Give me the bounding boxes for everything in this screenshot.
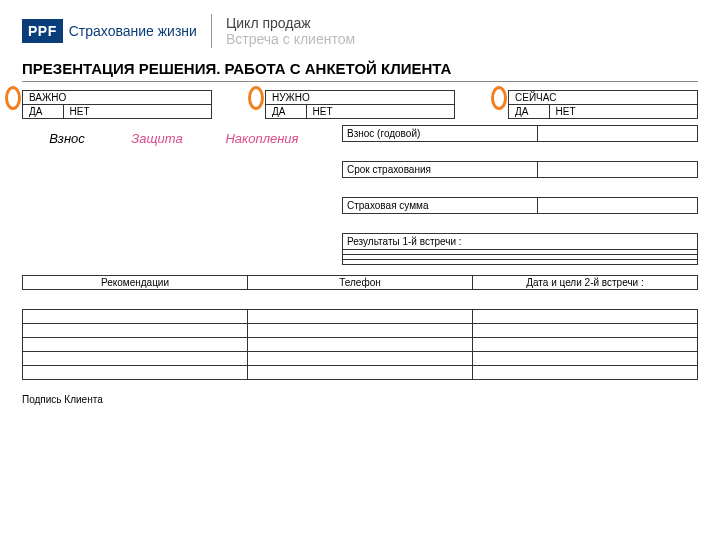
summary-label-sum: Страховая сумма (343, 198, 538, 214)
title-line-1: Цикл продаж (226, 15, 355, 31)
table-row[interactable] (23, 310, 248, 324)
page-header: PPF Страхование жизни Цикл продаж Встреч… (22, 14, 698, 48)
section-title: ПРЕЗЕНТАЦИЯ РЕШЕНИЯ. РАБОТА С АНКЕТОЙ КЛ… (22, 60, 698, 77)
yes-cell[interactable]: ДА (23, 105, 64, 119)
yn-head-3: СЕЙЧАС (515, 92, 556, 103)
accent-oval-icon (491, 86, 507, 110)
concept-vznos: Взнос (22, 125, 112, 265)
no-cell[interactable]: НЕТ (306, 105, 455, 119)
accent-oval-icon (5, 86, 21, 110)
bottom-header-goals: Дата и цели 2-й встречи : (473, 276, 698, 290)
table-row[interactable] (248, 310, 473, 324)
title-block: Цикл продаж Встреча с клиентом (226, 15, 355, 47)
logo-abbrev: PPF (22, 19, 63, 43)
summary-results-header: Результаты 1-й встречи : (343, 234, 698, 250)
bottom-header-rec: Рекомендации (23, 276, 248, 290)
yn-head-2: НУЖНО (272, 92, 310, 103)
signature-label: Подпись Клиента (22, 394, 698, 405)
summary-label-premium: Взнос (годовой) (343, 126, 538, 142)
summary-results-line[interactable] (343, 260, 698, 265)
section-rule (22, 81, 698, 82)
accent-oval-icon (248, 86, 264, 110)
concept-row: Взнос Защита Накопления Взнос (годовой) … (22, 125, 698, 265)
divider (211, 14, 212, 48)
table-row[interactable] (473, 352, 698, 366)
logo-block: PPF Страхование жизни (22, 19, 197, 43)
table-row[interactable] (473, 366, 698, 380)
yes-cell[interactable]: ДА (266, 105, 307, 119)
yn-head-1: ВАЖНО (29, 92, 66, 103)
table-row[interactable] (23, 338, 248, 352)
no-cell[interactable]: НЕТ (63, 105, 212, 119)
table-row[interactable] (473, 324, 698, 338)
table-row[interactable] (23, 352, 248, 366)
summary-value-sum[interactable] (538, 198, 698, 214)
table-row[interactable] (473, 338, 698, 352)
bottom-table: Рекомендации Телефон Дата и цели 2-й вст… (22, 275, 698, 380)
title-line-2: Встреча с клиентом (226, 31, 355, 47)
concept-zashchita: Защита (112, 125, 202, 265)
yes-cell[interactable]: ДА (509, 105, 550, 119)
summary-value-premium[interactable] (538, 126, 698, 142)
table-row[interactable] (23, 324, 248, 338)
concept-nakopleniya: Накопления (202, 125, 322, 265)
table-row[interactable] (248, 366, 473, 380)
summary-value-term[interactable] (538, 162, 698, 178)
table-row[interactable] (473, 310, 698, 324)
bottom-header-phone: Телефон (248, 276, 473, 290)
summary-table: Взнос (годовой) Срок страхования Страхов… (342, 125, 698, 265)
table-row[interactable] (248, 324, 473, 338)
logo-company: Страхование жизни (69, 23, 197, 39)
no-cell[interactable]: НЕТ (549, 105, 698, 119)
table-row[interactable] (23, 366, 248, 380)
table-row[interactable] (248, 352, 473, 366)
yes-no-table: ВАЖНО НУЖНО СЕЙЧАС ДА НЕТ ДА НЕТ ДА НЕТ (22, 90, 698, 119)
table-row[interactable] (248, 338, 473, 352)
summary-label-term: Срок страхования (343, 162, 538, 178)
